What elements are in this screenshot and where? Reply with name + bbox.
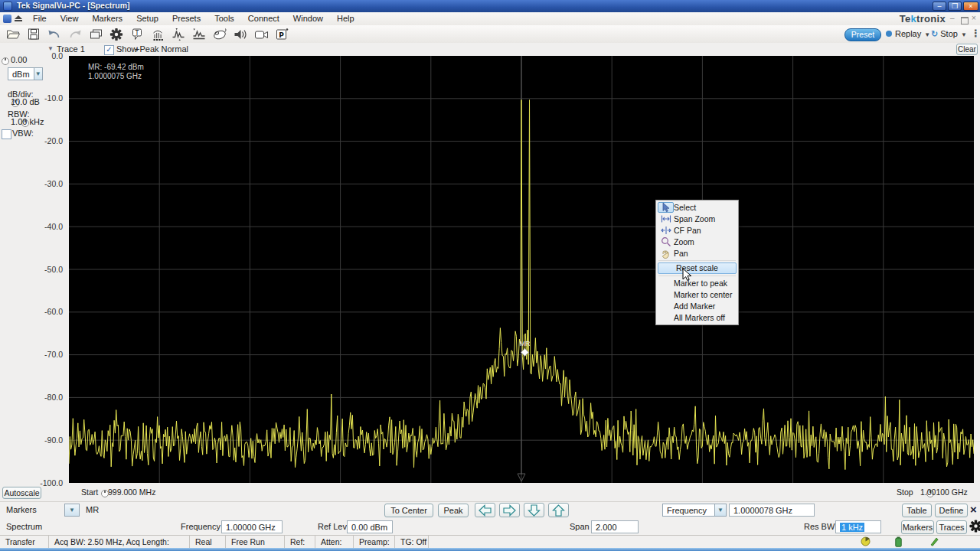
ref-lev-field[interactable]: 0.00 dBm bbox=[347, 520, 393, 533]
replay-dot-icon bbox=[886, 31, 892, 37]
child-minimize-button[interactable]: – bbox=[950, 15, 955, 22]
signalvu-window: Tek SignalVu-PC - [Spectrum] – ❒ × FileV… bbox=[0, 0, 980, 551]
audio-demod-icon[interactable] bbox=[230, 26, 250, 42]
context-menu-label: Marker to center bbox=[674, 290, 732, 299]
y-tick-label: -50.0 bbox=[31, 265, 63, 274]
stop-button[interactable]: ↻ Stop▼ bbox=[931, 28, 967, 41]
center-frequency-field[interactable]: 1.00000 GHz bbox=[221, 520, 283, 533]
chevron-down-icon: ▼ bbox=[961, 31, 967, 38]
signal-analysis-icon[interactable] bbox=[188, 26, 209, 42]
close-button[interactable]: × bbox=[963, 2, 978, 11]
child-restore-button[interactable] bbox=[961, 17, 969, 24]
eject-icon[interactable] bbox=[15, 15, 22, 22]
spectrum-trace[interactable]: MR bbox=[69, 56, 974, 483]
menu-view[interactable]: View bbox=[54, 12, 86, 25]
menu-presets[interactable]: Presets bbox=[165, 12, 207, 25]
status-segment: Acq BW: 2.50 MHz, Acq Length: 2.586 ms bbox=[49, 536, 190, 549]
marker-frequency-field[interactable]: 1.0000078 GHz bbox=[729, 504, 815, 517]
status-segment: Free Run bbox=[226, 536, 285, 549]
context-menu-item-select[interactable]: Select bbox=[656, 202, 738, 214]
svg-text:MR: MR bbox=[519, 340, 530, 347]
context-menu-item-add-marker[interactable]: Add Marker bbox=[656, 301, 738, 312]
context-menu-item-reset-scale[interactable]: Reset scale bbox=[658, 262, 737, 274]
settings-gear-icon[interactable] bbox=[969, 520, 980, 534]
res-bw-field[interactable]: 1 kHz bbox=[835, 520, 881, 533]
autoscale-button[interactable]: Autoscale bbox=[2, 487, 41, 499]
close-markers-button[interactable]: × bbox=[970, 503, 977, 516]
status-bar: TransferAcq BW: 2.50 MHz, Acq Length: 2.… bbox=[0, 535, 980, 549]
save-icon[interactable] bbox=[23, 26, 44, 42]
zoom-icon bbox=[658, 236, 674, 247]
marker-step-left-button[interactable] bbox=[475, 503, 495, 517]
toolbar: TP Preset Replay▼ ↻ Stop▼ ⋮ bbox=[0, 25, 980, 44]
svg-text:T: T bbox=[134, 29, 139, 36]
ref-level-value[interactable]: 0.00 bbox=[11, 55, 27, 64]
markers-expand-combobox[interactable]: ▼ bbox=[64, 504, 80, 517]
context-menu-item-marker-to-center[interactable]: Marker to center bbox=[656, 289, 738, 301]
replay-button[interactable]: Replay▼ bbox=[886, 28, 930, 41]
menu-help[interactable]: Help bbox=[330, 12, 361, 25]
menu-tools[interactable]: Tools bbox=[207, 12, 241, 25]
displays-icon[interactable] bbox=[85, 26, 106, 42]
menu-file[interactable]: File bbox=[26, 12, 54, 25]
menu-bar: FileViewMarkersSetupPresetsToolsConnectW… bbox=[0, 12, 980, 26]
tektronix-logo: Tektronix bbox=[858, 13, 946, 24]
maximize-button[interactable]: ❒ bbox=[948, 2, 962, 11]
preset-p-icon[interactable]: P bbox=[271, 26, 292, 42]
table-button[interactable]: Table bbox=[902, 504, 932, 517]
readout-mode-combobox[interactable]: Frequency▼ bbox=[662, 504, 727, 517]
mouse-icon[interactable] bbox=[209, 26, 230, 42]
y-tick-label: -80.0 bbox=[31, 393, 63, 402]
y-tick-label: -60.0 bbox=[31, 307, 63, 316]
context-menu-item-all-markers-off[interactable]: All Markers off bbox=[656, 311, 738, 323]
preset-button[interactable]: Preset bbox=[844, 28, 881, 41]
spectrum-display[interactable]: MR bbox=[69, 56, 974, 483]
context-menu-item-cf-pan[interactable]: CF Pan bbox=[656, 225, 738, 236]
context-menu-item-zoom[interactable]: Zoom bbox=[656, 236, 738, 247]
menu-markers[interactable]: Markers bbox=[85, 12, 129, 25]
context-menu-label: Select bbox=[674, 203, 696, 212]
frequency-label: Frequency bbox=[181, 522, 220, 531]
start-frequency-value[interactable]: 999.000 MHz bbox=[108, 487, 155, 497]
ref-lev-label: Ref Lev bbox=[318, 522, 347, 531]
markers-button[interactable]: Markers bbox=[901, 520, 934, 534]
open-folder-icon[interactable] bbox=[2, 26, 23, 42]
context-menu-item-marker-to-peak[interactable]: Marker to peak bbox=[656, 278, 738, 289]
context-menu-item-span-zoom[interactable]: Span Zoom bbox=[656, 214, 738, 225]
marker-step-down-button[interactable] bbox=[524, 503, 544, 517]
cf-pan-icon bbox=[658, 225, 674, 236]
more-options-icon[interactable]: ⋮ bbox=[971, 28, 980, 39]
text-marker-icon[interactable]: T bbox=[126, 26, 147, 42]
spectrogram-icon[interactable] bbox=[147, 26, 168, 42]
minimize-button[interactable]: – bbox=[933, 2, 946, 11]
signal-search-icon[interactable] bbox=[168, 26, 188, 42]
menu-connect[interactable]: Connect bbox=[241, 12, 286, 25]
y-tick-label: -20.0 bbox=[31, 136, 63, 145]
ref-level-knob-icon[interactable] bbox=[2, 57, 9, 65]
span-field[interactable]: 2.000 MHz bbox=[591, 520, 639, 533]
redo-icon[interactable] bbox=[64, 26, 85, 42]
spectrum-panel-label: Spectrum bbox=[6, 522, 42, 531]
to-center-button[interactable]: To Center bbox=[384, 504, 433, 517]
define-button[interactable]: Define bbox=[935, 504, 968, 517]
marker-step-up-button[interactable] bbox=[548, 503, 569, 517]
document-icon[interactable] bbox=[3, 15, 11, 23]
cursor-icon bbox=[658, 202, 674, 213]
clear-button[interactable]: Clear bbox=[956, 44, 978, 55]
network-status-icon bbox=[861, 536, 871, 548]
peak-button[interactable]: Peak bbox=[438, 504, 469, 517]
show-checkbox[interactable]: ✓ bbox=[104, 45, 114, 55]
y-tick-label: -40.0 bbox=[31, 222, 63, 231]
child-close-button[interactable]: × bbox=[972, 15, 976, 22]
vbw-checkbox[interactable] bbox=[2, 129, 11, 139]
camera-icon[interactable] bbox=[250, 26, 271, 42]
settings-gear-icon[interactable] bbox=[106, 26, 126, 42]
traces-button[interactable]: Traces bbox=[936, 520, 967, 534]
menu-setup[interactable]: Setup bbox=[129, 12, 165, 25]
menu-window[interactable]: Window bbox=[286, 12, 330, 25]
stop-frequency-value[interactable]: 1.00100 GHz bbox=[920, 487, 968, 497]
taskbar-edge bbox=[0, 548, 980, 551]
marker-step-right-button[interactable] bbox=[499, 503, 520, 517]
undo-icon[interactable] bbox=[44, 26, 64, 42]
context-menu-item-pan[interactable]: Pan bbox=[656, 247, 738, 259]
